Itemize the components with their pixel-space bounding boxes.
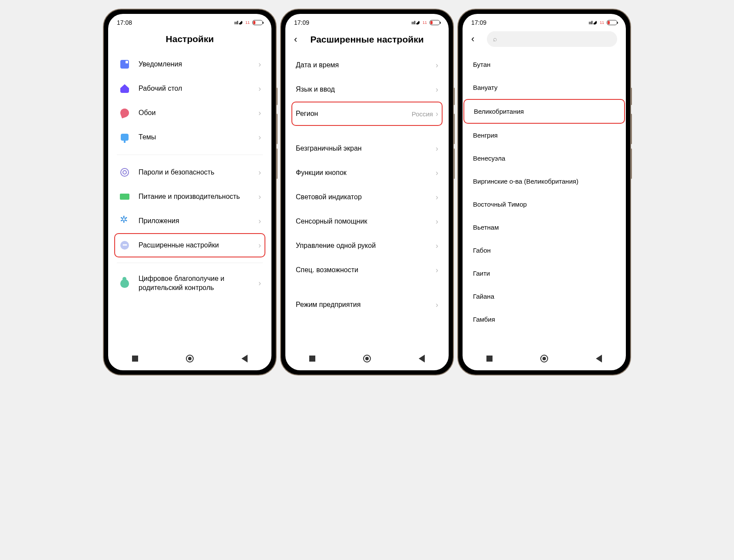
page-title: Настройки [117, 34, 263, 44]
chevron-right-icon: › [258, 192, 261, 201]
chevron-right-icon: › [258, 168, 261, 177]
country-item[interactable]: Гайана [471, 285, 617, 308]
signal-icon: ıııll [589, 20, 592, 25]
divider [117, 155, 263, 155]
item-home[interactable]: Рабочий стол › [117, 76, 263, 101]
back-button[interactable]: ‹ [294, 34, 304, 45]
nav-home-button[interactable] [363, 355, 371, 362]
label: Цифровое благополучие и родительский кон… [139, 274, 258, 293]
item-touch-assist[interactable]: Сенсорный помощник › [294, 209, 440, 234]
security-icon [120, 168, 129, 177]
wifi-icon [415, 19, 422, 26]
nav-recent-button[interactable] [309, 356, 315, 362]
item-themes[interactable]: Темы › [117, 125, 263, 149]
search-input[interactable]: ⌕ [487, 31, 617, 47]
status-bar: 17:08 ıııll 11 [108, 14, 271, 30]
label: Обои [139, 109, 258, 118]
signal-icon: ıııll [411, 20, 415, 25]
item-buttons[interactable]: Функции кнопок › [294, 161, 440, 185]
back-button[interactable]: ‹ [471, 33, 482, 45]
region-value: Россия [412, 110, 433, 118]
label: Управление одной рукой [296, 241, 436, 250]
home-icon [120, 84, 129, 93]
battery-text: 11 [423, 20, 427, 25]
item-accessibility[interactable]: Спец. возможности › [294, 258, 440, 282]
item-onehand[interactable]: Управление одной рукой › [294, 234, 440, 258]
nav-back-button[interactable] [241, 355, 248, 362]
country-item[interactable]: Виргинские о-ва (Великобритания) [471, 170, 617, 193]
label: Функции кнопок [296, 168, 436, 178]
chevron-right-icon: › [436, 85, 438, 94]
nav-bar [285, 347, 449, 370]
signal-icon: ıııll [234, 20, 238, 25]
country-item-uk[interactable]: Великобритания [463, 99, 625, 124]
country-item[interactable]: Бутан [471, 53, 617, 76]
country-item[interactable]: Гамбия [471, 308, 617, 331]
item-apps[interactable]: Приложения › [117, 209, 263, 233]
chevron-right-icon: › [436, 300, 438, 310]
item-wallpaper[interactable]: Обои › [117, 101, 263, 125]
chevron-right-icon: › [258, 241, 261, 250]
label: Дата и время [296, 61, 436, 70]
battery-icon [607, 20, 617, 25]
country-item[interactable]: Восточный Тимор [471, 193, 617, 216]
status-time: 17:09 [471, 19, 486, 26]
item-led[interactable]: Световой индикатор › [294, 185, 440, 209]
chevron-right-icon: › [258, 279, 261, 288]
battery-perf-icon [120, 194, 129, 200]
wifi-icon [592, 19, 599, 26]
country-item[interactable]: Гаити [471, 262, 617, 285]
status-time: 17:08 [117, 19, 132, 26]
page-title: Расширенные настройки [304, 34, 430, 45]
label: Режим предприятия [296, 300, 436, 310]
country-item[interactable]: Вьетнам [471, 216, 617, 239]
label: Регион [296, 109, 412, 119]
label: Спец. возможности [296, 266, 436, 275]
item-battery[interactable]: Питание и производительность › [117, 184, 263, 209]
nav-back-button[interactable] [419, 355, 425, 362]
item-date-time[interactable]: Дата и время › [294, 53, 440, 77]
phone-frame-3: 17:09 ıııll 11 ‹ ⌕ Бутан Вануату Великоб… [457, 9, 631, 376]
battery-text: 11 [600, 20, 604, 25]
nav-back-button[interactable] [596, 355, 602, 362]
nav-home-button[interactable] [186, 355, 194, 362]
battery-icon [430, 20, 440, 25]
screen-region-list: 17:09 ıııll 11 ‹ ⌕ Бутан Вануату Великоб… [463, 14, 626, 370]
chevron-right-icon: › [436, 144, 438, 153]
nav-bar [108, 347, 271, 370]
item-advanced-settings[interactable]: ••• Расширенные настройки › [114, 233, 265, 257]
country-item[interactable]: Венесуэла [471, 147, 617, 170]
search-icon: ⌕ [493, 35, 497, 43]
label: Безграничный экран [296, 144, 436, 153]
divider [117, 263, 263, 263]
nav-recent-button[interactable] [132, 356, 138, 362]
nav-home-button[interactable] [540, 355, 548, 362]
notifications-icon [120, 60, 129, 69]
chevron-right-icon: › [436, 217, 438, 226]
item-security[interactable]: Пароли и безопасность › [117, 160, 263, 184]
item-notifications[interactable]: Уведомления › [117, 52, 263, 76]
country-item[interactable]: Вануату [471, 76, 617, 99]
item-wellbeing[interactable]: Цифровое благополучие и родительский кон… [117, 268, 263, 299]
chevron-right-icon: › [258, 217, 261, 226]
label: Световой индикатор [296, 193, 436, 202]
country-item[interactable]: Габон [471, 239, 617, 262]
item-fullscreen[interactable]: Безграничный экран › [294, 136, 440, 161]
country-item[interactable]: Венгрия [471, 124, 617, 147]
chevron-right-icon: › [436, 241, 438, 250]
status-bar: 17:09 ıııll 11 [285, 14, 449, 30]
label: Уведомления [139, 60, 258, 69]
phone-frame-1: 17:08 ıııll 11 Настройки Уведомления › Р… [103, 9, 277, 376]
label: Рабочий стол [139, 84, 258, 93]
themes-icon [121, 134, 129, 141]
header: ‹ Расширенные настройки [285, 30, 449, 53]
item-region[interactable]: Регион Россия › [291, 102, 443, 126]
item-language[interactable]: Язык и ввод › [294, 77, 440, 102]
item-enterprise[interactable]: Режим предприятия › [294, 293, 440, 317]
label: Язык и ввод [296, 85, 436, 94]
nav-recent-button[interactable] [486, 356, 493, 362]
apps-icon [120, 217, 129, 225]
screen-settings: 17:08 ıııll 11 Настройки Уведомления › Р… [108, 14, 271, 370]
chevron-right-icon: › [436, 109, 438, 119]
wifi-icon [238, 19, 245, 26]
